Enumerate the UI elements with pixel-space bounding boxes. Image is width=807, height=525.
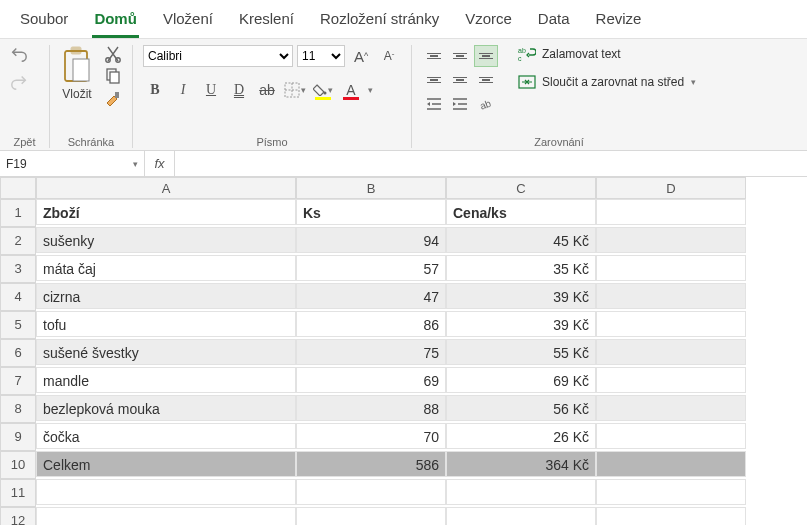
- cell[interactable]: [446, 479, 596, 505]
- font-size-select[interactable]: 11: [297, 45, 345, 67]
- spreadsheet-grid[interactable]: ABCD1ZbožíKsCena/ks2sušenky9445 Kč3máta …: [0, 177, 807, 525]
- cell[interactable]: 55 Kč: [446, 339, 596, 365]
- align-top-right[interactable]: [474, 45, 498, 67]
- cell[interactable]: [596, 283, 746, 309]
- tab-soubor[interactable]: Soubor: [18, 4, 70, 38]
- decrease-font-button[interactable]: Aˇ: [377, 45, 401, 67]
- copy-icon[interactable]: [104, 67, 122, 85]
- cell[interactable]: [596, 339, 746, 365]
- tab-vložení[interactable]: Vložení: [161, 4, 215, 38]
- tab-kreslení[interactable]: Kreslení: [237, 4, 296, 38]
- increase-indent[interactable]: [448, 93, 472, 115]
- bold-button[interactable]: B: [143, 79, 167, 101]
- cell[interactable]: sušené švestky: [36, 339, 296, 365]
- cell[interactable]: cizrna: [36, 283, 296, 309]
- font-color-button[interactable]: A: [339, 79, 363, 101]
- cell[interactable]: [446, 507, 596, 525]
- col-header-A[interactable]: A: [36, 177, 296, 199]
- cell[interactable]: [596, 367, 746, 393]
- row-header[interactable]: 6: [0, 339, 36, 367]
- cell[interactable]: Ks: [296, 199, 446, 225]
- cell[interactable]: 56 Kč: [446, 395, 596, 421]
- cell[interactable]: 94: [296, 227, 446, 253]
- cell[interactable]: 69 Kč: [446, 367, 596, 393]
- col-header-D[interactable]: D: [596, 177, 746, 199]
- row-header[interactable]: 7: [0, 367, 36, 395]
- cell[interactable]: 75: [296, 339, 446, 365]
- italic-button[interactable]: I: [171, 79, 195, 101]
- cell[interactable]: 26 Kč: [446, 423, 596, 449]
- orientation-button[interactable]: ab: [474, 93, 498, 115]
- tab-data[interactable]: Data: [536, 4, 572, 38]
- cell[interactable]: [596, 227, 746, 253]
- tab-domů[interactable]: Domů: [92, 4, 139, 38]
- cell[interactable]: 39 Kč: [446, 311, 596, 337]
- align-mid-right[interactable]: [474, 69, 498, 91]
- col-header-B[interactable]: B: [296, 177, 446, 199]
- cell[interactable]: [296, 479, 446, 505]
- cell[interactable]: 86: [296, 311, 446, 337]
- fill-color-button[interactable]: ▾: [311, 79, 335, 101]
- format-painter-icon[interactable]: [104, 89, 122, 107]
- row-header[interactable]: 2: [0, 227, 36, 255]
- align-mid-left[interactable]: [422, 69, 446, 91]
- cell[interactable]: mandle: [36, 367, 296, 393]
- cell[interactable]: [596, 479, 746, 505]
- cell[interactable]: máta čaj: [36, 255, 296, 281]
- tab-vzorce[interactable]: Vzorce: [463, 4, 514, 38]
- row-header[interactable]: 5: [0, 311, 36, 339]
- merge-center-button[interactable]: Sloučit a zarovnat na střed ▾: [518, 73, 696, 91]
- underline-button[interactable]: U: [199, 79, 223, 101]
- cell[interactable]: Cena/ks: [446, 199, 596, 225]
- cell[interactable]: sušenky: [36, 227, 296, 253]
- row-header[interactable]: 11: [0, 479, 36, 507]
- cell[interactable]: 47: [296, 283, 446, 309]
- cell[interactable]: [36, 479, 296, 505]
- name-box[interactable]: F19 ▾: [0, 151, 145, 176]
- align-mid-center[interactable]: [448, 69, 472, 91]
- cell[interactable]: [296, 507, 446, 525]
- cell[interactable]: [36, 507, 296, 525]
- cell[interactable]: tofu: [36, 311, 296, 337]
- paste-button[interactable]: Vložit: [60, 45, 94, 101]
- merge-dropdown-icon[interactable]: ▾: [691, 77, 696, 87]
- cell[interactable]: 88: [296, 395, 446, 421]
- font-name-select[interactable]: Calibri: [143, 45, 293, 67]
- decrease-indent[interactable]: [422, 93, 446, 115]
- cell[interactable]: [596, 507, 746, 525]
- cell[interactable]: [596, 311, 746, 337]
- cell[interactable]: [596, 255, 746, 281]
- select-all-corner[interactable]: [0, 177, 36, 199]
- row-header[interactable]: 4: [0, 283, 36, 311]
- cell[interactable]: 69: [296, 367, 446, 393]
- cut-icon[interactable]: [104, 45, 122, 63]
- cell[interactable]: 586: [296, 451, 446, 477]
- align-top-center[interactable]: [448, 45, 472, 67]
- borders-button[interactable]: ▾: [283, 79, 307, 101]
- col-header-C[interactable]: C: [446, 177, 596, 199]
- font-color-dropdown[interactable]: ▾: [368, 85, 373, 95]
- cell[interactable]: 45 Kč: [446, 227, 596, 253]
- cell[interactable]: 70: [296, 423, 446, 449]
- double-underline-button[interactable]: D: [227, 79, 251, 101]
- row-header[interactable]: 8: [0, 395, 36, 423]
- name-box-dropdown-icon[interactable]: ▾: [133, 159, 138, 169]
- fx-label[interactable]: fx: [145, 151, 175, 176]
- cell[interactable]: 35 Kč: [446, 255, 596, 281]
- cell[interactable]: čočka: [36, 423, 296, 449]
- strikethrough-button[interactable]: ab: [255, 79, 279, 101]
- undo-icon[interactable]: [10, 45, 28, 63]
- cell[interactable]: bezlepková mouka: [36, 395, 296, 421]
- formula-input[interactable]: [175, 151, 807, 176]
- row-header[interactable]: 12: [0, 507, 36, 525]
- tab-rozložení stránky[interactable]: Rozložení stránky: [318, 4, 441, 38]
- wrap-text-button[interactable]: abc Zalamovat text: [518, 45, 696, 63]
- cell[interactable]: Zboží: [36, 199, 296, 225]
- cell[interactable]: Celkem: [36, 451, 296, 477]
- row-header[interactable]: 10: [0, 451, 36, 479]
- cell[interactable]: [596, 423, 746, 449]
- increase-font-button[interactable]: A^: [349, 45, 373, 67]
- row-header[interactable]: 9: [0, 423, 36, 451]
- row-header[interactable]: 1: [0, 199, 36, 227]
- align-top-left[interactable]: [422, 45, 446, 67]
